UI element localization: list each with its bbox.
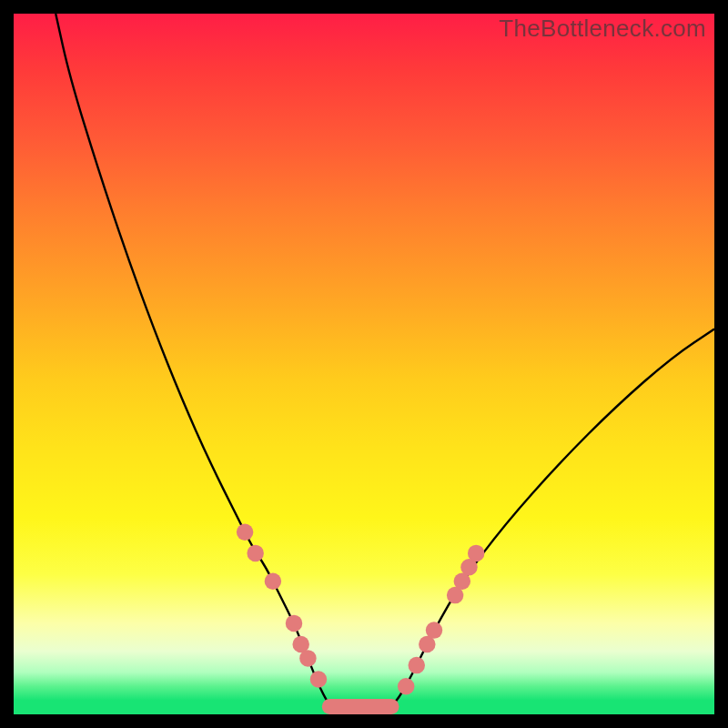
marker-dot: [265, 572, 281, 589]
marker-dot: [398, 678, 414, 694]
bottom-bar: [322, 699, 399, 714]
marker-dot: [247, 545, 263, 561]
watermark-text: TheBottleneck.com: [499, 15, 706, 43]
marker-dot: [426, 622, 442, 638]
marker-dot: [310, 671, 327, 687]
marker-dot: [237, 524, 253, 541]
chart-container: TheBottleneck.com: [0, 0, 728, 728]
bottleneck-curve: [56, 14, 714, 714]
curve-bottom-bar: [322, 699, 399, 714]
marker-dot: [409, 657, 425, 673]
marker-dot: [468, 545, 484, 561]
marker-dot: [299, 650, 316, 666]
marker-dot: [286, 615, 302, 632]
chart-svg: [14, 14, 714, 714]
